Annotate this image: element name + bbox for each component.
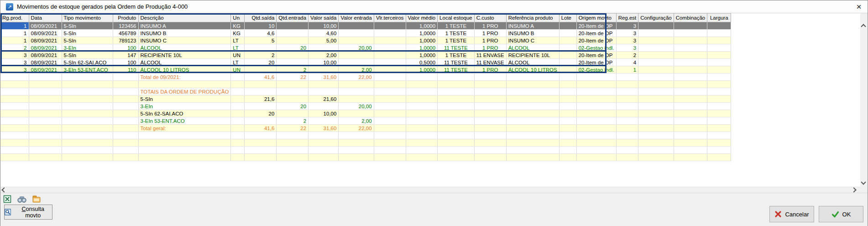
- cell[interactable]: [0, 110, 29, 117]
- cell[interactable]: [231, 117, 245, 125]
- cell[interactable]: [29, 103, 62, 110]
- cell[interactable]: [0, 95, 29, 103]
- cell[interactable]: [559, 139, 576, 147]
- cell[interactable]: [62, 74, 113, 81]
- cell[interactable]: [707, 117, 731, 125]
- cell[interactable]: [674, 30, 707, 37]
- cell[interactable]: 10,00: [309, 59, 339, 66]
- cell[interactable]: [616, 103, 638, 110]
- column-header[interactable]: Configuração: [638, 14, 674, 22]
- cell[interactable]: 20: [245, 110, 277, 117]
- cell[interactable]: [245, 132, 277, 139]
- cell[interactable]: [707, 30, 731, 37]
- cell[interactable]: [506, 95, 559, 103]
- cell[interactable]: [277, 88, 309, 95]
- cell[interactable]: [474, 74, 506, 81]
- cell[interactable]: [616, 117, 638, 125]
- cell[interactable]: [339, 30, 374, 37]
- cell[interactable]: [231, 95, 245, 103]
- cell[interactable]: [707, 132, 731, 139]
- cell[interactable]: ÁLCOOL: [138, 59, 231, 66]
- cell[interactable]: 3: [616, 44, 638, 52]
- cell[interactable]: [559, 22, 576, 30]
- cell[interactable]: [559, 59, 576, 66]
- cell[interactable]: LT: [231, 44, 245, 52]
- cell[interactable]: [576, 117, 616, 125]
- cell[interactable]: [559, 125, 576, 132]
- cell[interactable]: [277, 81, 309, 88]
- cell[interactable]: 22,00: [339, 74, 374, 81]
- cell[interactable]: [707, 139, 731, 147]
- cell[interactable]: [29, 95, 62, 103]
- cell[interactable]: [638, 95, 674, 103]
- cell[interactable]: [576, 81, 616, 88]
- cell[interactable]: [674, 147, 707, 154]
- cell[interactable]: 100: [113, 59, 138, 66]
- cell[interactable]: INSUMO C: [138, 37, 231, 44]
- column-header[interactable]: Referência produto: [506, 14, 559, 22]
- table-row[interactable]: [0, 132, 731, 139]
- cell[interactable]: 2: [277, 66, 309, 74]
- cell[interactable]: 08/09/2021: [29, 66, 62, 74]
- cell[interactable]: 5-SIn: [62, 52, 113, 59]
- cell[interactable]: [638, 74, 674, 81]
- cell[interactable]: [707, 125, 731, 132]
- cell[interactable]: Total de 09/2021:: [138, 74, 231, 81]
- cell[interactable]: 789123: [113, 37, 138, 44]
- column-header[interactable]: Produto: [113, 14, 138, 22]
- cell[interactable]: 1 PRO: [474, 22, 506, 30]
- cell[interactable]: [559, 154, 576, 161]
- cell[interactable]: [374, 30, 406, 37]
- cell[interactable]: [707, 44, 731, 52]
- cell[interactable]: 20-Item de OP: [576, 52, 616, 59]
- cell[interactable]: 2,00: [339, 117, 374, 125]
- cell[interactable]: [438, 74, 475, 81]
- cell[interactable]: [638, 44, 674, 52]
- table-row[interactable]: 108/09/20215-SIn456789INSUMO BKG4,64,601…: [0, 30, 731, 37]
- cell[interactable]: [374, 95, 406, 103]
- cell[interactable]: 1,0000: [406, 30, 438, 37]
- cell[interactable]: 1,0000: [406, 22, 438, 30]
- cell[interactable]: [707, 22, 731, 30]
- table-row[interactable]: 5-SIn 62-SAI.ACO2010,00: [0, 110, 731, 117]
- cell[interactable]: [113, 110, 138, 117]
- cell[interactable]: [616, 139, 638, 147]
- table-row[interactable]: 308/09/20213-EIn 53-ENT.ACO110ÁLCOOL 10 …: [0, 66, 731, 74]
- cell[interactable]: 3: [616, 30, 638, 37]
- cell[interactable]: [62, 81, 113, 88]
- cell[interactable]: [638, 52, 674, 59]
- cell[interactable]: [559, 95, 576, 103]
- cell[interactable]: 22: [277, 125, 309, 132]
- cell[interactable]: [277, 147, 309, 154]
- table-row[interactable]: 5-SIn21,621,60: [0, 95, 731, 103]
- vertical-scrollbar[interactable]: [860, 22, 868, 187]
- cell[interactable]: [374, 74, 406, 81]
- cell[interactable]: [309, 44, 339, 52]
- cell[interactable]: [406, 132, 438, 139]
- cell[interactable]: [474, 154, 506, 161]
- cell[interactable]: [638, 132, 674, 139]
- cell[interactable]: 08/09/2021: [29, 22, 62, 30]
- cell[interactable]: 2: [616, 52, 638, 59]
- cell[interactable]: [559, 30, 576, 37]
- cell[interactable]: [231, 132, 245, 139]
- cell[interactable]: [438, 132, 475, 139]
- cell[interactable]: [559, 81, 576, 88]
- cell[interactable]: [62, 117, 113, 125]
- table-row[interactable]: [0, 154, 731, 161]
- cell[interactable]: [339, 81, 374, 88]
- cell[interactable]: [559, 37, 576, 44]
- cell[interactable]: [406, 88, 438, 95]
- table-row[interactable]: [0, 81, 731, 88]
- cell[interactable]: [29, 139, 62, 147]
- cell[interactable]: [506, 147, 559, 154]
- cell[interactable]: [638, 147, 674, 154]
- column-header[interactable]: Qtd.entrada: [277, 14, 309, 22]
- cell[interactable]: [707, 74, 731, 81]
- cell[interactable]: [339, 110, 374, 117]
- cell[interactable]: [638, 125, 674, 132]
- cell[interactable]: 3: [0, 66, 29, 74]
- cell[interactable]: 4,60: [309, 30, 339, 37]
- cell[interactable]: [245, 81, 277, 88]
- cell[interactable]: [674, 125, 707, 132]
